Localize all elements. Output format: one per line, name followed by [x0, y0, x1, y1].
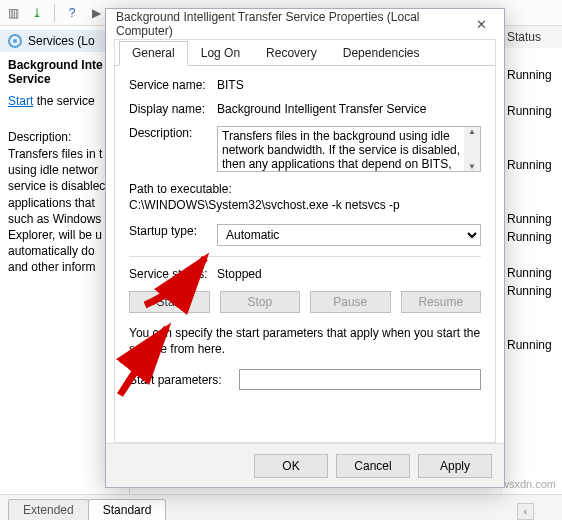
- status-cell: Running: [501, 264, 562, 282]
- divider: [129, 256, 481, 257]
- dialog-footer: OK Cancel Apply: [106, 443, 504, 487]
- status-cell: [501, 192, 562, 210]
- ok-button[interactable]: OK: [254, 454, 328, 478]
- separator: [54, 4, 55, 22]
- dialog-tabs: General Log On Recovery Dependencies: [115, 40, 495, 66]
- start-params-hint: You can specify the start parameters tha…: [129, 325, 481, 357]
- start-button[interactable]: Start: [129, 291, 210, 313]
- description-textarea[interactable]: Transfers files in the background using …: [217, 126, 481, 172]
- export-icon[interactable]: ⤓: [28, 4, 46, 22]
- dialog-titlebar: Background Intelligent Transfer Service …: [106, 9, 504, 39]
- dialog-title: Background Intelligent Transfer Service …: [116, 10, 469, 38]
- service-status-label: Service status:: [129, 267, 217, 281]
- close-icon[interactable]: ✕: [469, 17, 494, 32]
- status-cell: Running: [501, 282, 562, 300]
- tab-general[interactable]: General: [119, 41, 188, 66]
- stop-button: Stop: [220, 291, 301, 313]
- start-params-label: Start parameters:: [129, 373, 239, 387]
- tab-logon[interactable]: Log On: [188, 41, 253, 66]
- service-properties-dialog: Background Intelligent Transfer Service …: [105, 8, 505, 488]
- status-cell: [501, 48, 562, 66]
- tab-recovery[interactable]: Recovery: [253, 41, 330, 66]
- status-cell: [501, 174, 562, 192]
- status-cell: Running: [501, 156, 562, 174]
- status-cell: Running: [501, 66, 562, 84]
- status-header: Status: [501, 26, 562, 48]
- description-label: Description:: [129, 126, 217, 140]
- path-label: Path to executable:: [129, 182, 481, 196]
- status-cell: [501, 138, 562, 156]
- scroll-up-icon: ▲: [468, 127, 476, 136]
- startup-type-select[interactable]: Automatic: [217, 224, 481, 246]
- file-icon[interactable]: ▥: [4, 4, 22, 22]
- services-header-text: Services (Lo: [28, 34, 95, 48]
- start-service-link[interactable]: Start: [8, 94, 33, 108]
- pause-button: Pause: [310, 291, 391, 313]
- scroll-left-icon[interactable]: ‹: [517, 503, 534, 520]
- status-cell: [501, 318, 562, 336]
- services-icon: [8, 34, 22, 48]
- resume-button: Resume: [401, 291, 482, 313]
- cancel-button[interactable]: Cancel: [336, 454, 410, 478]
- play-icon[interactable]: ▶: [87, 4, 105, 22]
- service-status-value: Stopped: [217, 267, 262, 281]
- status-cell: Running: [501, 228, 562, 246]
- startup-type-label: Startup type:: [129, 224, 217, 238]
- tab-general-content: Service name: BITS Display name: Backgro…: [115, 66, 495, 402]
- scroll-down-icon: ▼: [468, 162, 476, 171]
- service-name-value: BITS: [217, 78, 244, 92]
- tab-standard[interactable]: Standard: [88, 499, 167, 520]
- tab-extended[interactable]: Extended: [8, 499, 89, 520]
- status-cell: Running: [501, 102, 562, 120]
- status-cell: [501, 120, 562, 138]
- display-name-label: Display name:: [129, 102, 217, 116]
- status-column: Status RunningRunningRunningRunningRunni…: [500, 26, 562, 494]
- help-icon[interactable]: ?: [63, 4, 81, 22]
- status-cell: Running: [501, 336, 562, 354]
- control-buttons: Start Stop Pause Resume: [129, 291, 481, 313]
- start-params-input[interactable]: [239, 369, 481, 390]
- status-cell: [501, 246, 562, 264]
- status-cell: [501, 300, 562, 318]
- status-cell: Running: [501, 210, 562, 228]
- service-name-label: Service name:: [129, 78, 217, 92]
- watermark: wsxdn.com: [501, 478, 556, 490]
- tab-dependencies[interactable]: Dependencies: [330, 41, 433, 66]
- path-value: C:\WINDOWS\System32\svchost.exe -k netsv…: [129, 198, 481, 212]
- display-name-value: Background Intelligent Transfer Service: [217, 102, 426, 116]
- status-cell: [501, 84, 562, 102]
- apply-button[interactable]: Apply: [418, 454, 492, 478]
- bottom-tabs: Extended Standard ‹: [0, 494, 562, 520]
- scrollbar[interactable]: ▲▼: [464, 127, 480, 171]
